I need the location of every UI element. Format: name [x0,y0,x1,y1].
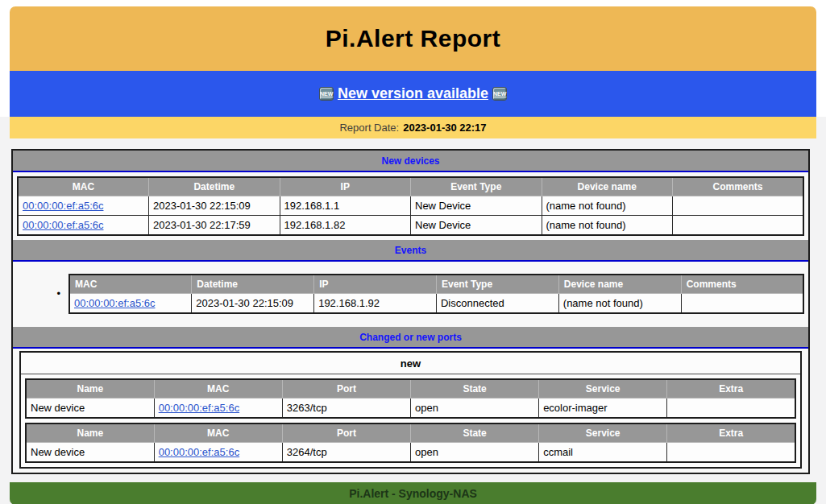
cell-datetime: 2023-01-30 22:15:09 [149,196,280,216]
header-area: Pi.Alert Report NEW New version availabl… [0,0,826,117]
cell-device-name: (name not found) [542,196,673,216]
column-header-event-type: Event Type [411,177,542,196]
column-header-device-name: Device name [542,177,673,196]
new-version-link[interactable]: NEW New version available NEW [319,85,507,102]
column-header-extra: Extra [667,423,795,443]
column-header-ip: IP [280,177,411,196]
column-header-mac: MAC [18,177,149,196]
column-header-name: Name [26,379,154,399]
ports-table-2: Name MAC Port State Service Extra New de… [25,423,796,463]
footer-text: Pi.Alert - Synology-NAS [349,487,477,500]
column-header-device-name: Device name [558,275,681,294]
cell-comments [673,196,804,216]
cell-name: New device [26,399,154,419]
table-header-row: Name MAC Port State Service Extra [26,379,795,399]
table-header-row: MAC Datetime IP Event Type Device name C… [18,177,803,196]
cell-extra [667,399,795,419]
new-badge-icon: NEW [492,87,507,101]
column-header-name: Name [26,423,154,443]
report-date-label: Report Date: [339,122,399,134]
new-devices-table: MAC Datetime IP Event Type Device name C… [17,176,804,236]
new-version-label: New version available [338,85,488,102]
table-row: 00:00:00:ef:a5:6c 2023-01-30 22:15:09 19… [69,294,803,314]
cell-mac: 00:00:00:ef:a5:6c [69,294,192,314]
section-header-new-devices: New devices [13,151,808,172]
ports-group-box: new Name MAC Port State Service Extra Ne… [19,351,802,469]
column-header-extra: Extra [667,379,795,399]
cell-mac: 00:00:00:ef:a5:6c [154,399,282,419]
column-header-state: State [410,423,538,443]
new-badge-icon: NEW [319,87,334,101]
cell-device-name: (name not found) [542,216,673,236]
new-version-banner: NEW New version available NEW [10,71,816,117]
table-row: New device 00:00:00:ef:a5:6c 3264/tcp op… [26,443,795,463]
column-header-datetime: Datetime [149,177,280,196]
cell-name: New device [26,443,154,463]
ports-group-title: new [21,353,800,374]
column-header-service: Service [539,423,667,443]
list-bullet: • [13,287,68,300]
column-header-mac: MAC [154,379,282,399]
cell-device-name: (name not found) [558,294,681,314]
section-title: New devices [381,155,439,167]
cell-datetime: 2023-01-30 22:17:59 [149,216,280,236]
cell-ip: 192.168.1.1 [280,196,411,216]
table-row: 00:00:00:ef:a5:6c 2023-01-30 22:15:09 19… [18,196,803,216]
column-header-mac: MAC [69,275,192,294]
cell-datetime: 2023-01-30 22:15:09 [192,294,314,314]
section-title: Changed or new ports [359,332,462,343]
cell-port: 3263/tcp [282,399,410,419]
cell-event-type: Disconnected [436,294,558,314]
ports-table-1: Name MAC Port State Service Extra New de… [25,378,796,419]
cell-extra [667,443,795,463]
table-row: New device 00:00:00:ef:a5:6c 3263/tcp op… [26,399,795,419]
cell-state: open [410,443,538,463]
mac-link[interactable]: 00:00:00:ef:a5:6c [23,219,103,231]
column-header-event-type: Event Type [436,275,558,294]
cell-service: ecolor-imager [539,399,667,419]
cell-port: 3264/tcp [282,443,410,463]
column-header-comments: Comments [681,275,803,294]
column-header-port: Port [282,379,410,399]
report-title-band: Pi.Alert Report [10,6,816,71]
table-header-row: MAC Datetime IP Event Type Device name C… [69,275,803,294]
cell-mac: 00:00:00:ef:a5:6c [154,443,282,463]
mac-link[interactable]: 00:00:00:ef:a5:6c [159,402,239,414]
cell-service: ccmail [539,443,667,463]
cell-comments [673,216,804,236]
column-header-ip: IP [314,275,437,294]
cell-event-type: New Device [411,216,542,236]
cell-event-type: New Device [411,196,542,216]
table-row: 00:00:00:ef:a5:6c 2023-01-30 22:17:59 19… [18,216,803,236]
column-header-state: State [410,379,538,399]
page: Pi.Alert Report NEW New version availabl… [0,0,826,504]
column-header-mac: MAC [154,423,282,443]
events-table: MAC Datetime IP Event Type Device name C… [68,274,804,314]
page-title: Pi.Alert Report [326,25,501,52]
column-header-comments: Comments [673,177,804,196]
cell-mac: 00:00:00:ef:a5:6c [18,216,149,236]
report-date-bar: Report Date: 2023-01-30 22:17 [10,117,816,138]
cell-mac: 00:00:00:ef:a5:6c [18,196,149,216]
cell-ip: 192.168.1.92 [314,294,437,314]
cell-ip: 192.168.1.82 [280,216,411,236]
section-header-events: Events [13,240,808,262]
events-list-item: • MAC Datetime IP Event Type Device name… [13,262,808,327]
mac-link[interactable]: 00:00:00:ef:a5:6c [74,297,155,309]
column-header-datetime: Datetime [192,275,314,294]
footer-bar: Pi.Alert - Synology-NAS [10,482,816,504]
column-header-port: Port [282,423,410,443]
mac-link[interactable]: 00:00:00:ef:a5:6c [23,200,103,212]
column-header-service: Service [539,379,667,399]
report-body: New devices MAC Datetime IP Event Type D… [11,149,810,474]
section-title: Events [395,245,426,256]
section-header-ports: Changed or new ports [13,327,808,349]
cell-state: open [410,399,538,419]
cell-comments [681,294,803,314]
mac-link[interactable]: 00:00:00:ef:a5:6c [159,446,239,458]
report-date-value: 2023-01-30 22:17 [403,122,486,134]
table-header-row: Name MAC Port State Service Extra [26,423,795,443]
